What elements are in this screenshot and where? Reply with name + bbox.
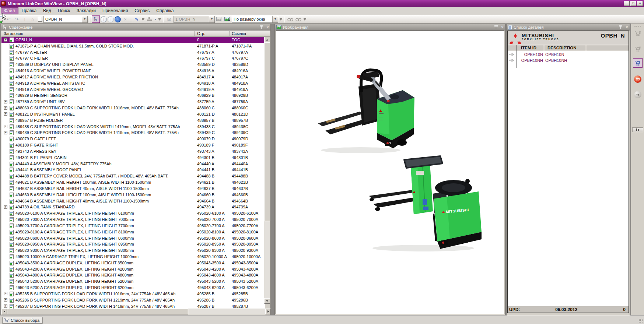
table-row[interactable]: +494488 B BATTERY COVER MODEL 24V, 775Ah…	[1, 173, 265, 179]
forward-icon[interactable]: ↷	[13, 15, 20, 23]
binoculars-link-icon[interactable]	[295, 15, 302, 23]
vertical-scrollbar[interactable]	[264, 37, 270, 304]
table-row[interactable]: +490079 D GATE LEFT490079 D490079D	[1, 136, 265, 142]
selection-list-tab[interactable]: Список выбора	[2, 317, 43, 324]
column-link[interactable]: Ссылка	[232, 31, 246, 36]
item-description-link[interactable]: OPBH10N	[545, 52, 564, 57]
go-top-icon[interactable]: ↑	[101, 16, 107, 22]
table-row[interactable]: +495286 B SUPPORTING FORK LOAD FORK WIDT…	[1, 297, 265, 303]
pin-icon[interactable]	[494, 25, 498, 29]
scroll-down-button[interactable]	[264, 298, 270, 304]
table-row[interactable]: +495020-7700 A CARRIAGE TRIPLEX, LIFTING…	[1, 223, 265, 229]
order-forward-icon[interactable]	[633, 90, 643, 99]
expand-icon[interactable]: +	[4, 292, 7, 295]
table-row[interactable]: +494739 A OIL TANK STANDARD494739 A49473…	[1, 204, 265, 210]
search-online-icon[interactable]	[633, 74, 643, 84]
table-row[interactable]: +484918 A DRIVE WHEEL ANTISTATIC484918 A…	[1, 80, 265, 87]
table-row[interactable]: +476797 A FILTER476797 A476797A	[1, 49, 265, 56]
binoculars-icon[interactable]	[287, 15, 294, 23]
table-row[interactable]: +495020-6100 A CARRIAGE TRIPLEX, LIFTING…	[1, 210, 265, 216]
minimize-button[interactable]: ─	[624, 1, 630, 6]
table-row[interactable]: +484919 A DRIVE WHEEL GROOVED484919 A484…	[1, 87, 265, 93]
image-export-icon[interactable]	[216, 15, 223, 23]
table-row[interactable]: +488060 C SUPPORTING FORK LOAD FORK WIDT…	[1, 105, 265, 111]
table-row[interactable]: OPBH10NHOPBH10NH	[508, 57, 629, 63]
toolbar-overflow-icon[interactable]	[141, 15, 145, 23]
table-row[interactable]: +488121 D INSTRUMENT PANEL488121 D488121…	[1, 111, 265, 117]
menu-help[interactable]: Справка	[153, 7, 177, 14]
table-row[interactable]: +495020-8950 A CARRIAGE TRIPLEX, LIFTING…	[1, 241, 265, 247]
highlighter-icon[interactable]: ✎	[133, 15, 140, 23]
home-icon[interactable]: ⌂	[29, 15, 36, 23]
cart-remove-icon[interactable]	[633, 44, 643, 54]
horizontal-scrollbar[interactable]	[1, 309, 271, 314]
column-item-id[interactable]: ITEM ID	[521, 46, 536, 50]
scroll-right-button[interactable]	[265, 309, 271, 314]
resize-grip[interactable]	[638, 318, 643, 323]
table-row[interactable]: +494301 B EL-PANEL CABIN494301 B494301B	[1, 155, 265, 161]
item-id-link[interactable]: OPBH10N	[517, 52, 543, 57]
expand-icon[interactable]: +	[4, 38, 7, 42]
table-row[interactable]: +495043-3500 A CARRIAGE DUPLEX, LIFTING …	[1, 260, 265, 266]
go-next-icon[interactable]: ↓	[115, 16, 121, 22]
table-row[interactable]: +495043-5200 A CARRIAGE DUPLEX, LIFTING …	[1, 278, 265, 285]
table-row[interactable]: +495043-6200 A CARRIAGE DUPLEX, LIFTING …	[1, 285, 265, 291]
selection-list-cart-icon[interactable]	[633, 58, 643, 68]
table-row[interactable]: +495043-4200 A CARRIAGE DUPLEX, LIFTING …	[1, 266, 265, 272]
menu-view[interactable]: Вид	[40, 7, 55, 14]
expand-icon[interactable]: +	[4, 304, 7, 308]
toolbar-grip[interactable]	[634, 25, 641, 27]
collapse-strip-button[interactable]	[632, 127, 643, 132]
table-row[interactable]: +489439 C SUPPORTING FORK LOAD FORK WIDT…	[1, 130, 265, 136]
chevron-down-icon[interactable]: ▾	[272, 16, 278, 22]
toggle-contents-button[interactable]	[92, 15, 100, 23]
table-row[interactable]: +484916 A DRIVE WHEEL POWERTHANE484916 A…	[1, 68, 265, 74]
send-page-icon[interactable]: ✉	[165, 15, 173, 23]
table-row[interactable]: +495285 B SUPPORTING FORK LOAD FORK WIDT…	[1, 291, 265, 297]
table-row[interactable]: +495020-10000 A CARRIAGE TRIPLEX, LIFTIN…	[1, 254, 265, 260]
column-page[interactable]: Стр.	[197, 31, 205, 36]
table-row[interactable]: +494637 B ASSEMBLY RAIL HEIGHT 40mm, AIS…	[1, 186, 265, 192]
expand-icon[interactable]: +	[4, 131, 7, 134]
chevron-down-icon[interactable]: ▾	[209, 16, 214, 22]
page-combobox[interactable]: 1 OPBH_N ▾	[174, 16, 215, 23]
expand-icon[interactable]: +	[4, 125, 7, 128]
pin-icon[interactable]	[619, 25, 623, 29]
item-description-link[interactable]: OPBH10NH	[545, 57, 567, 63]
menu-edit[interactable]: Правка	[18, 7, 40, 14]
scroll-left-button[interactable]	[1, 309, 7, 314]
menu-bookmarks[interactable]: Закладки	[73, 7, 99, 14]
table-row[interactable]: +495020-9300 A CARRIAGE TRIPLEX, LIFTING…	[1, 247, 265, 254]
maximize-button[interactable]: □	[630, 1, 636, 6]
table-row[interactable]: +495020-8100 A CARRIAGE TRIPLEX, LIFTING…	[1, 229, 265, 235]
go-previous-icon[interactable]: ↑	[108, 16, 114, 22]
expand-icon[interactable]: +	[4, 205, 7, 209]
table-row[interactable]: +494441 B ASSEMBLY ROOF PANEL494441 B494…	[1, 167, 265, 173]
table-row[interactable]: +486929 B HEIGHT SENSOR486929 B486929B	[1, 92, 265, 99]
toolbar-overflow-icon[interactable]	[279, 15, 283, 23]
remove-page-icon[interactable]: ×	[122, 15, 129, 23]
expand-icon[interactable]: +	[4, 106, 7, 110]
table-row[interactable]: +484917 A DRIVE WHEEL POWER FRICTION4849…	[1, 74, 265, 80]
menu-search[interactable]: Поиск	[55, 7, 73, 14]
close-icon[interactable]: ×	[266, 25, 269, 29]
column-title[interactable]: Заголовок	[4, 31, 23, 36]
expand-icon[interactable]: +	[4, 100, 7, 103]
pin-icon[interactable]	[259, 25, 263, 29]
column-description[interactable]: DESCRIPTION	[547, 46, 577, 50]
image-viewport[interactable]: MITSUBISHI	[276, 31, 504, 314]
scroll-thumb[interactable]	[264, 42, 270, 221]
toolbar-overflow-icon[interactable]	[303, 15, 307, 23]
toolbar-overflow-icon[interactable]	[158, 15, 161, 23]
expand-icon[interactable]: +	[4, 298, 7, 302]
item-id-link[interactable]: OPBH10NH	[517, 57, 543, 63]
scroll-up-button[interactable]	[264, 37, 270, 42]
menu-notes[interactable]: Примечания	[99, 7, 131, 14]
table-row[interactable]: +OPBH_N0TOC	[1, 37, 265, 43]
table-row[interactable]: OPBH10NOPBH10N	[508, 52, 629, 57]
image-search-icon[interactable]	[224, 15, 231, 23]
table-row[interactable]: +490189 F GATE RIGHT490189 F490189F	[1, 142, 265, 148]
table-row[interactable]: +495020-7000 A CARRIAGE TRIPLEX, LIFTING…	[1, 216, 265, 223]
table-row[interactable]: +494621 B ASSEMBLY RAIL HEIGHT 100mm, AI…	[1, 179, 265, 186]
book-combobox[interactable]: OPBH_N ▾	[43, 16, 88, 23]
